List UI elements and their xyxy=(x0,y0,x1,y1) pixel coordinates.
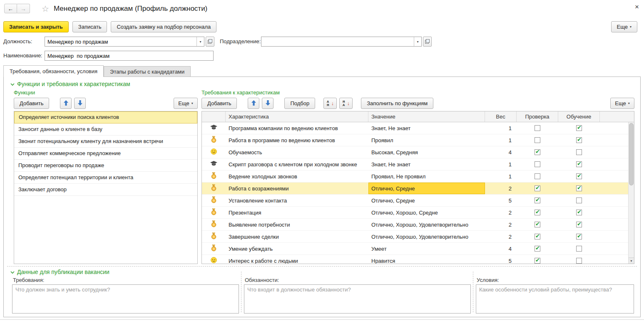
training-checkbox[interactable] xyxy=(576,161,582,167)
publication-section-header[interactable]: Данные для публикации вакансии xyxy=(10,269,109,275)
fill-by-functions-button[interactable]: Заполнить по функциям xyxy=(361,98,433,109)
functions-move-down-button[interactable] xyxy=(74,98,86,109)
characteristic-row[interactable]: Ведение холодных звонковПроявил, Не проя… xyxy=(202,170,634,183)
close-button[interactable]: × xyxy=(635,3,639,10)
check-checkbox[interactable] xyxy=(535,173,540,179)
characteristic-value[interactable]: Умеет xyxy=(368,243,485,254)
characteristic-row[interactable]: Работа в программе по ведению клиентовПр… xyxy=(202,134,634,146)
check-checkbox[interactable] xyxy=(535,185,540,191)
tab-requirements-duties-conditions[interactable]: Требования, обязанности, условия xyxy=(3,65,104,77)
characteristic-value[interactable]: Отлично, Средне xyxy=(368,183,485,194)
characteristic-value[interactable]: Отлично, Хорошо, Удовлетворительно xyxy=(368,219,485,230)
characteristic-row[interactable]: Интерес к работе с людьмиНравится5 xyxy=(202,255,634,264)
training-checkbox[interactable] xyxy=(576,125,582,131)
check-checkbox[interactable] xyxy=(535,234,540,240)
characteristic-row[interactable]: Программа компании по ведению клиентовЗн… xyxy=(202,122,634,134)
characteristic-value[interactable]: Проявил xyxy=(368,134,485,146)
function-item[interactable]: Заносит данные о клиенте в базу xyxy=(14,123,197,136)
back-button[interactable]: ← xyxy=(4,4,17,13)
check-checkbox[interactable] xyxy=(535,125,540,131)
scroll-down-button[interactable]: ▼ xyxy=(629,257,634,264)
position-input[interactable] xyxy=(45,37,196,46)
training-checkbox[interactable] xyxy=(576,210,582,215)
function-item[interactable]: Заключает договор xyxy=(14,184,197,196)
column-training[interactable]: Обучение xyxy=(558,111,600,122)
more-button[interactable]: Еще ▾ xyxy=(611,21,637,32)
forward-button[interactable]: → xyxy=(17,4,30,13)
characteristic-value[interactable]: Знает, Не знает xyxy=(368,158,485,170)
save-and-close-button[interactable]: Записать и закрыть xyxy=(3,21,69,32)
characteristic-row[interactable]: Установление контактаОтлично, Средне5 xyxy=(202,195,634,207)
favorite-star-icon[interactable]: ☆ xyxy=(42,4,49,14)
requirements-move-down-button[interactable] xyxy=(262,98,274,109)
requirements-add-button[interactable]: Добавить xyxy=(201,98,237,109)
department-open-button[interactable] xyxy=(423,37,432,47)
characteristic-row[interactable]: Выявление потребностиОтлично, Хорошо, Уд… xyxy=(202,219,634,231)
functions-add-button[interactable]: Добавить xyxy=(14,98,49,109)
sort-descending-button[interactable]: ЯА ↓ xyxy=(339,98,353,109)
check-checkbox[interactable] xyxy=(535,210,540,215)
column-value[interactable]: Значение xyxy=(368,111,485,122)
training-checkbox[interactable] xyxy=(576,198,582,203)
training-checkbox[interactable] xyxy=(576,149,582,155)
save-button[interactable]: Записать xyxy=(72,21,107,32)
position-open-button[interactable] xyxy=(206,37,214,47)
characteristic-value[interactable]: Отлично, Хорошо, Удовлетворительно xyxy=(368,231,485,242)
training-checkbox[interactable] xyxy=(576,258,582,264)
training-checkbox[interactable] xyxy=(576,185,582,191)
department-input[interactable] xyxy=(261,37,414,46)
characteristic-value[interactable]: Проявил, Не проявил xyxy=(368,170,485,182)
training-checkbox[interactable] xyxy=(576,222,582,227)
characteristic-row[interactable]: Умение убеждатьУмеет4 xyxy=(202,243,634,255)
scrollbar-thumb[interactable] xyxy=(629,123,634,185)
training-checkbox[interactable] xyxy=(576,137,582,143)
characteristic-row[interactable]: Работа с возражениямиОтлично, Средне2 xyxy=(202,183,634,195)
check-checkbox[interactable] xyxy=(535,246,540,252)
check-checkbox[interactable] xyxy=(535,149,540,155)
column-characteristic[interactable]: Характеристика xyxy=(226,111,368,122)
column-check[interactable]: Проверка xyxy=(517,111,558,122)
tab-candidate-stages[interactable]: Этапы работы с кандидатами xyxy=(104,66,191,77)
vertical-scrollbar[interactable]: ▼ xyxy=(628,122,634,264)
characteristic-value[interactable]: Знает, Не знает xyxy=(368,122,485,134)
name-input[interactable] xyxy=(45,51,214,61)
requirements-more-button[interactable]: Еще ▾ xyxy=(610,98,634,109)
sort-ascending-button[interactable]: АЯ ↓ xyxy=(323,98,337,109)
training-checkbox[interactable] xyxy=(576,246,582,252)
column-weight[interactable]: Вес xyxy=(485,111,517,122)
characteristic-row[interactable]: ОбучаемостьВысокая, Средняя4 xyxy=(202,146,634,158)
check-checkbox[interactable] xyxy=(535,222,540,227)
position-dropdown-button[interactable]: ▾ xyxy=(196,37,204,46)
requirements-pick-button[interactable]: Подбор xyxy=(284,98,315,109)
function-item[interactable]: Определяет источники поиска клиентов xyxy=(14,111,197,123)
characteristic-value[interactable]: Высокая, Средняя xyxy=(368,146,485,158)
department-combobox[interactable]: ▾ xyxy=(261,37,422,47)
characteristic-value[interactable]: Нравится xyxy=(368,255,485,264)
function-item[interactable]: Отправляет коммерческое предложение xyxy=(14,148,197,160)
characteristic-row[interactable]: ПрезентацияОтлично, Хорошо, Средне2 xyxy=(202,207,634,219)
function-item[interactable]: Звонит потенциальному клиенту для назнач… xyxy=(14,136,197,148)
check-checkbox[interactable] xyxy=(535,258,540,264)
characteristic-row[interactable]: Завершение сделкиОтлично, Хорошо, Удовле… xyxy=(202,231,634,243)
department-dropdown-button[interactable]: ▾ xyxy=(414,37,421,46)
functions-section-header[interactable]: Функции и требования к характеристикам xyxy=(10,81,130,87)
characteristic-value[interactable]: Отлично, Средне xyxy=(368,195,485,206)
functions-more-button[interactable]: Еще ▾ xyxy=(174,98,198,109)
requirements-textarea[interactable] xyxy=(12,284,239,314)
training-checkbox[interactable] xyxy=(576,234,582,240)
requirements-move-up-button[interactable] xyxy=(248,98,259,109)
training-checkbox[interactable] xyxy=(576,173,582,179)
position-combobox[interactable]: ▾ xyxy=(45,37,204,47)
chevron-down-icon: ▾ xyxy=(630,25,632,29)
characteristic-value[interactable]: Отлично, Хорошо, Средне xyxy=(368,207,485,218)
create-recruitment-request-button[interactable]: Создать заявку на подбор персонала xyxy=(111,21,216,32)
functions-move-up-button[interactable] xyxy=(60,98,72,109)
check-checkbox[interactable] xyxy=(535,161,540,167)
check-checkbox[interactable] xyxy=(535,137,540,143)
duties-textarea[interactable] xyxy=(244,284,471,314)
check-checkbox[interactable] xyxy=(535,198,540,203)
function-item[interactable]: Определяет потенциал территории и клиент… xyxy=(14,172,197,184)
function-item[interactable]: Проводит переговоры по продаже xyxy=(14,160,197,172)
characteristic-row[interactable]: Скрипт разговора с клиентом при холодном… xyxy=(202,158,634,170)
conditions-textarea[interactable] xyxy=(476,284,634,314)
